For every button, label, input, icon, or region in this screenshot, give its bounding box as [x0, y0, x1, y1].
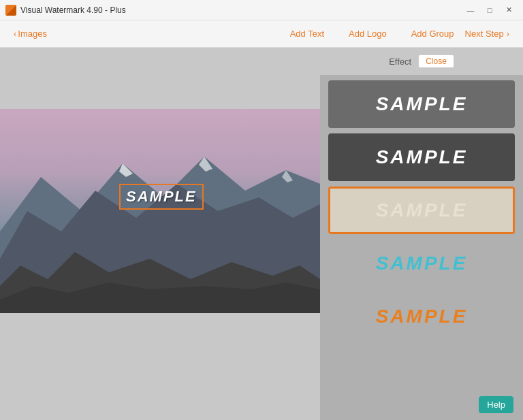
sample-item-1[interactable]: SAMPLE [328, 80, 515, 128]
sample-item-2[interactable]: SAMPLE [328, 133, 515, 181]
image-panel: SAMPLE [0, 48, 320, 420]
next-step-button[interactable]: Next Step › [460, 26, 515, 42]
sample-item-5[interactable]: SAMPLE [328, 293, 515, 340]
back-button[interactable]: ‹ Images [8, 26, 52, 42]
minimize-button[interactable]: — [462, 3, 479, 17]
add-text-button[interactable]: Add Text [285, 26, 330, 42]
watermark-text: SAMPLE [126, 188, 197, 205]
mountain-background [0, 109, 320, 313]
back-chevron-icon: ‹ [14, 29, 16, 39]
next-step-label: Next Step [465, 29, 504, 39]
effect-panel: Effect Close SAMPLE SAMPLE SAMPLE SAMPLE… [320, 48, 523, 420]
window-controls: — □ ✕ [462, 3, 518, 17]
title-bar-left: Visual Watermark 4.90 - Plus [5, 5, 126, 16]
add-logo-button[interactable]: Add Logo [343, 26, 392, 42]
back-label: Images [18, 29, 47, 39]
sample-text-3: SAMPLE [376, 199, 468, 221]
add-group-button[interactable]: Add Group [406, 26, 460, 42]
sample-text-2: SAMPLE [376, 146, 468, 168]
watermark-preview[interactable]: SAMPLE [119, 184, 204, 210]
sample-text-1: SAMPLE [376, 93, 468, 115]
close-button[interactable]: ✕ [500, 3, 518, 17]
main-content: SAMPLE Effect Close SAMPLE SAMPLE SAMPLE… [0, 48, 523, 420]
effect-label: Effect [389, 56, 411, 67]
next-chevron-icon: › [507, 29, 509, 39]
photo-canvas[interactable]: SAMPLE [0, 109, 320, 313]
help-button[interactable]: Help [479, 396, 513, 413]
samples-list[interactable]: SAMPLE SAMPLE SAMPLE SAMPLE SAMPLE [320, 75, 523, 420]
maximize-button[interactable]: □ [481, 3, 498, 17]
sample-item-4[interactable]: SAMPLE [328, 240, 515, 287]
sample-text-4: SAMPLE [376, 253, 468, 274]
toolbar-center: Add Text Add Logo Add Group [285, 26, 460, 42]
image-top-area [0, 48, 320, 109]
app-icon [5, 5, 16, 16]
toolbar: ‹ Images Add Text Add Logo Add Group Nex… [0, 20, 523, 48]
toolbar-left: ‹ Images [8, 26, 285, 42]
title-bar: Visual Watermark 4.90 - Plus — □ ✕ [0, 0, 523, 20]
sample-item-3[interactable]: SAMPLE [328, 187, 515, 234]
app-title: Visual Watermark 4.90 - Plus [20, 5, 126, 15]
sample-text-5: SAMPLE [376, 306, 468, 327]
close-effect-button[interactable]: Close [418, 54, 454, 68]
effect-header: Effect Close [320, 48, 523, 75]
